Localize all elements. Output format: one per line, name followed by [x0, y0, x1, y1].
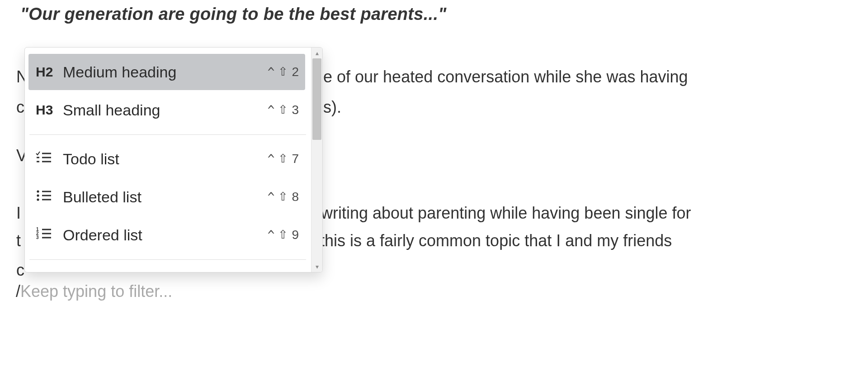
dropdown-item-label: Ordered list — [57, 226, 268, 244]
dropdown-item-label: Todo list — [57, 150, 268, 168]
svg-point-7 — [37, 194, 39, 196]
keyboard-shortcut: ^ ⇧ 3 — [268, 103, 300, 117]
dropdown-item-todo-list[interactable]: Todo list ^ ⇧ 7 — [28, 141, 305, 177]
document-quote: "Our generation are going to be the best… — [20, 5, 447, 24]
body-text-fragment: t, this is a fairly common topic that I … — [307, 231, 672, 250]
dropdown-scrollbar[interactable]: ▴ ▾ — [311, 48, 322, 272]
scrollbar-up-icon[interactable]: ▴ — [311, 48, 322, 58]
heading-2-icon: H2 — [36, 64, 57, 80]
slash-command-line[interactable]: /Keep typing to filter... — [16, 282, 172, 301]
dropdown-item-label: Small heading — [57, 101, 268, 119]
body-text-fragment: Z writing about parenting while having b… — [307, 203, 691, 223]
dropdown-item-label: Medium heading — [57, 63, 268, 81]
slash-command-dropdown: H2 Medium heading ^ ⇧ 2 H3 Small heading… — [24, 47, 323, 272]
body-text-fragment: I — [16, 203, 21, 223]
keyboard-shortcut: ^ ⇧ 8 — [268, 190, 300, 204]
body-text-fragment: e of our heated conversation while she w… — [323, 67, 688, 86]
svg-text:3: 3 — [36, 235, 39, 240]
svg-point-9 — [37, 198, 39, 201]
svg-point-5 — [37, 190, 39, 192]
slash-placeholder: Keep typing to filter... — [20, 282, 172, 301]
scrollbar-thumb[interactable] — [312, 58, 321, 140]
slash-char: / — [16, 282, 20, 301]
heading-3-icon: H3 — [36, 102, 57, 118]
body-text-fragment: s). — [323, 97, 341, 117]
keyboard-shortcut: ^ ⇧ 7 — [268, 152, 300, 166]
bulleted-list-icon — [36, 189, 57, 206]
scrollbar-down-icon[interactable]: ▾ — [311, 261, 322, 272]
dropdown-item-small-heading[interactable]: H3 Small heading ^ ⇧ 3 — [28, 92, 305, 128]
ordered-list-icon: 1 2 3 — [36, 227, 57, 244]
dropdown-divider — [29, 134, 306, 135]
dropdown-item-bulleted-list[interactable]: Bulleted list ^ ⇧ 8 — [28, 179, 305, 215]
body-text-fragment: t — [16, 231, 21, 250]
body-text-fragment: c — [16, 97, 24, 117]
dropdown-item-ordered-list[interactable]: 1 2 3 Ordered list ^ ⇧ 9 — [28, 217, 305, 253]
todo-list-icon — [36, 151, 57, 167]
keyboard-shortcut: ^ ⇧ 2 — [268, 65, 300, 79]
dropdown-item-label: Bulleted list — [57, 188, 268, 206]
keyboard-shortcut: ^ ⇧ 9 — [268, 228, 300, 242]
body-text-fragment: c — [16, 260, 24, 280]
dropdown-divider — [29, 259, 306, 260]
dropdown-item-medium-heading[interactable]: H2 Medium heading ^ ⇧ 2 — [28, 54, 305, 90]
